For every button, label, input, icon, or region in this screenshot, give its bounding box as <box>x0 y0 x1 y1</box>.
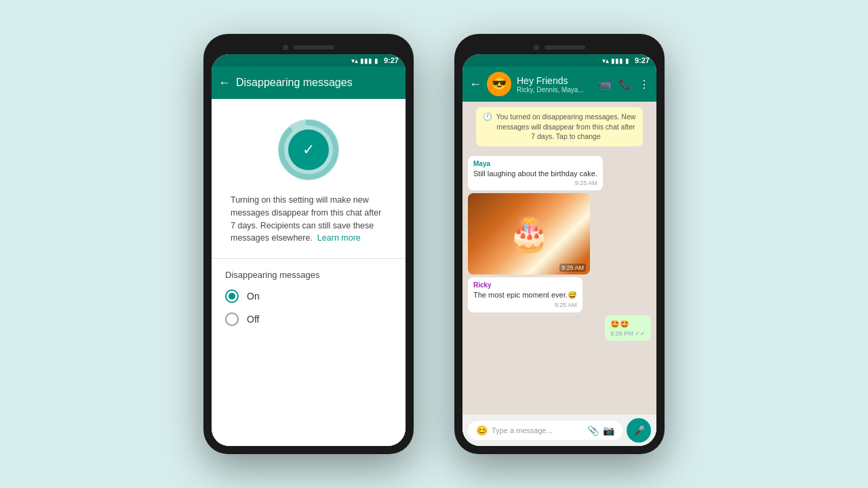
video-call-icon[interactable]: 📹 <box>598 78 612 91</box>
status-icons-right: ▾▴ ▮▮▮ ▮ <box>602 57 629 64</box>
radio-inner-on <box>229 293 235 300</box>
speaker-left <box>294 45 334 49</box>
attachment-icon[interactable]: 📎 <box>587 425 599 436</box>
input-placeholder: Type a message... <box>492 426 583 434</box>
radio-button-off[interactable] <box>225 312 239 326</box>
chat-messages: Maya Still laughing about the birthday c… <box>462 152 656 415</box>
status-icons-left: ▾▴ ▮▮▮ ▮ <box>351 57 378 64</box>
status-bar-right: ▾▴ ▮▮▮ ▮ 9:27 <box>462 54 656 66</box>
wifi-icon-right: ▾▴ <box>602 57 609 64</box>
sender-maya: Maya <box>473 160 597 167</box>
message-sent: 🤩🤩 9:26 PM ✓✓ <box>605 315 651 341</box>
group-avatar: 😎 <box>487 72 511 96</box>
signal-icon-right: ▮▮▮ <box>611 57 623 64</box>
system-notification-text: You turned on disappearing messages. New… <box>496 112 636 142</box>
phone-left: ▾▴ ▮▮▮ ▮ 9:27 ← Disappearing messages <box>203 34 414 454</box>
mic-icon: 🎤 <box>633 425 645 436</box>
message-time-ricky: 9:25 AM <box>473 302 577 308</box>
radio-option-off[interactable]: Off <box>225 312 392 326</box>
cake-image: 9:25 AM <box>468 193 590 274</box>
image-bubble-cake: 9:25 AM <box>468 193 590 274</box>
speaker-right <box>545 45 585 49</box>
message-text-sent: 🤩🤩 <box>610 319 646 329</box>
signal-icon-left: ▮▮▮ <box>360 57 372 64</box>
phone-top-left <box>212 42 406 54</box>
timer-circle: ✓ <box>278 119 339 180</box>
options-section: Disappearing messages On Off <box>212 259 406 346</box>
message-text-ricky: The most epic moment ever.😅 <box>473 290 577 300</box>
radio-label-on: On <box>247 291 260 302</box>
emoji-button[interactable]: 😊 <box>476 425 488 436</box>
phone-inner-left: ▾▴ ▮▮▮ ▮ 9:27 ← Disappearing messages <box>212 54 406 446</box>
chat-body: 🕐 You turned on disappearing messages. N… <box>462 102 656 446</box>
voice-call-icon[interactable]: 📞 <box>618 78 632 91</box>
status-bar-left: ▾▴ ▮▮▮ ▮ 9:27 <box>212 54 406 66</box>
message-time-sent: 9:26 PM ✓✓ <box>610 330 646 337</box>
time-left: 9:27 <box>384 56 399 64</box>
chat-input-field[interactable]: 😊 Type a message... 📎 📷 <box>468 421 623 440</box>
message-ricky: Ricky The most epic moment ever.😅 9:25 A… <box>468 277 583 312</box>
options-title: Disappearing messages <box>225 270 392 280</box>
check-icon: ✓ <box>302 141 315 159</box>
group-name[interactable]: Hey Friends <box>517 75 593 86</box>
time-right: 9:27 <box>635 56 650 64</box>
radio-option-on[interactable]: On <box>225 289 392 303</box>
front-camera-left <box>283 45 288 50</box>
disappearing-screen: ✓ Turning on this setting will make new … <box>212 99 406 446</box>
radio-button-on[interactable] <box>225 289 239 303</box>
phone-right: ▾▴ ▮▮▮ ▮ 9:27 ← 😎 Hey Friends Ricky, Den… <box>454 34 665 454</box>
timer-graphic-container: ✓ <box>212 99 406 194</box>
description-section: Turning on this setting will make new me… <box>212 194 406 259</box>
back-button-right[interactable]: ← <box>469 77 481 92</box>
message-text-maya: Still laughing about the birthday cake. <box>473 169 597 178</box>
battery-icon-right: ▮ <box>625 57 629 64</box>
image-time: 9:25 AM <box>559 264 586 272</box>
sender-ricky: Ricky <box>473 281 577 289</box>
learn-more-link[interactable]: Learn more <box>317 233 361 243</box>
radio-label-off: Off <box>247 314 259 325</box>
read-receipt-icon: ✓✓ <box>635 330 646 337</box>
camera-icon[interactable]: 📷 <box>603 425 614 436</box>
front-camera-right <box>534 45 539 50</box>
phone-top-right <box>462 42 656 54</box>
more-options-icon[interactable]: ⋮ <box>639 78 650 91</box>
message-time-maya: 9:25 AM <box>473 180 597 186</box>
system-notification[interactable]: 🕐 You turned on disappearing messages. N… <box>476 107 643 146</box>
phone-inner-right: ▾▴ ▮▮▮ ▮ 9:27 ← 😎 Hey Friends Ricky, Den… <box>462 54 656 446</box>
chat-input-bar: 😊 Type a message... 📎 📷 🎤 <box>462 415 656 446</box>
clock-icon: 🕐 <box>483 112 492 122</box>
mic-button[interactable]: 🎤 <box>627 418 651 443</box>
chat-header: ← 😎 Hey Friends Ricky, Dennis, Maya... 📹… <box>462 66 656 102</box>
wifi-icon-left: ▾▴ <box>351 57 358 64</box>
timer-inner-circle: ✓ <box>288 129 329 170</box>
back-button-left[interactable]: ← <box>218 76 231 90</box>
header-actions: 📹 📞 ⋮ <box>598 78 650 91</box>
app-header-left: ← Disappearing messages <box>212 66 406 99</box>
message-maya: Maya Still laughing about the birthday c… <box>468 156 603 190</box>
battery-icon-left: ▮ <box>374 57 378 64</box>
page-title-left: Disappearing messages <box>236 77 399 89</box>
phones-container: ▾▴ ▮▮▮ ▮ 9:27 ← Disappearing messages <box>203 34 665 454</box>
group-members: Ricky, Dennis, Maya... <box>517 86 593 94</box>
header-info: Hey Friends Ricky, Dennis, Maya... <box>517 75 593 94</box>
